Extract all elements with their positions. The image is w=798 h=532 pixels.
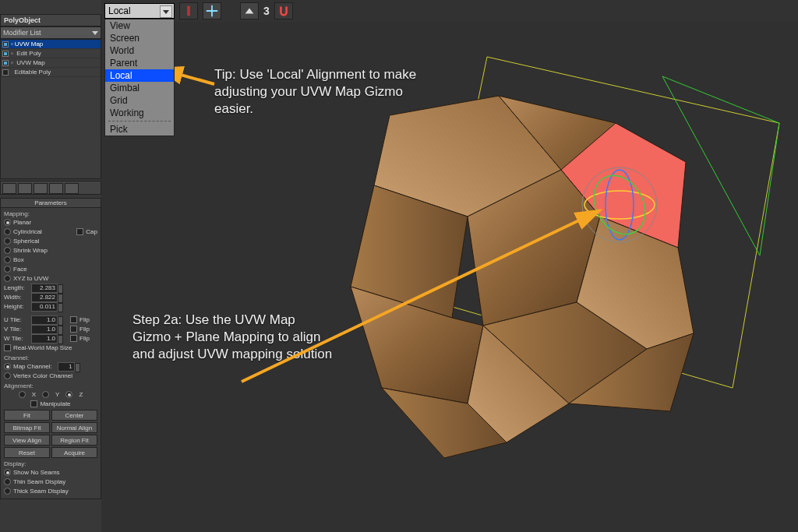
coord-option-view[interactable]: View — [105, 19, 174, 32]
channel-group-label: Channel: — [4, 354, 97, 361]
use-pivot-button[interactable] — [179, 2, 198, 19]
coord-option-parent[interactable]: Parent — [105, 57, 174, 69]
coord-option-local[interactable]: Local — [105, 69, 174, 82]
coord-option-pick[interactable]: Pick — [105, 123, 174, 136]
length-spinner[interactable]: 2.283 — [31, 284, 58, 293]
thin-seam-radio[interactable] — [4, 478, 11, 485]
alignment-group-label: Alignment: — [4, 382, 97, 389]
utile-spinner[interactable]: 1.0 — [31, 315, 58, 325]
height-spinner[interactable]: 0.011 — [31, 302, 58, 312]
chevron-down-icon — [92, 31, 98, 35]
bitmap-fit-button[interactable]: Bitmap Fit — [4, 422, 50, 433]
coord-option-screen[interactable]: Screen — [105, 32, 174, 44]
mapping-cylindrical-radio[interactable] — [4, 228, 11, 235]
main-toolbar: Local 3 — [101, 0, 798, 22]
modifier-item[interactable]: ◦ Edit Poly — [1, 49, 101, 58]
show-end-result-button[interactable] — [18, 183, 32, 194]
fit-button[interactable]: Fit — [4, 410, 50, 421]
modifier-list-label: Modifier List — [3, 29, 41, 37]
coord-option-grid[interactable]: Grid — [105, 94, 174, 107]
make-unique-button[interactable] — [34, 183, 48, 194]
viewport-content — [101, 22, 798, 532]
select-and-manipulate-button[interactable] — [203, 2, 221, 19]
mapping-box-radio[interactable] — [4, 256, 11, 263]
coord-option-working[interactable]: Working — [105, 107, 174, 119]
width-spinner[interactable]: 2.822 — [31, 293, 58, 302]
map-channel-radio[interactable] — [4, 363, 11, 370]
coord-option-world[interactable]: World — [105, 44, 174, 57]
align-y-radio[interactable] — [42, 391, 49, 398]
modifier-item[interactable]: ◦ UVW Map — [1, 40, 101, 49]
svg-rect-0 — [187, 6, 190, 16]
modifier-list-dropdown[interactable]: Modifier List — [0, 26, 101, 39]
reset-button[interactable]: Reset — [4, 447, 50, 458]
region-fit-button[interactable]: Region Fit — [51, 435, 97, 446]
modifier-item[interactable]: ◦ UVW Map — [1, 58, 101, 68]
view-align-button[interactable]: View Align — [4, 435, 50, 446]
snap-toggle-button[interactable] — [274, 2, 293, 19]
modifier-stack-toolbar — [0, 181, 101, 195]
wtile-spinner[interactable]: 1.0 — [31, 334, 58, 344]
mapping-group-label: Mapping: — [4, 210, 97, 217]
keyboard-shortcut-toggle[interactable] — [240, 2, 259, 19]
chevron-down-icon — [160, 5, 172, 18]
vflip-check[interactable] — [70, 326, 77, 333]
step-annotation: Step 2a: Use the UVW Map Gizmo + Plane M… — [132, 312, 335, 363]
mapping-spherical-radio[interactable] — [4, 238, 11, 245]
coord-selected: Local — [108, 5, 131, 16]
wflip-check[interactable] — [70, 335, 77, 342]
thick-seam-radio[interactable] — [4, 488, 11, 495]
map-channel-spinner[interactable]: 1 — [58, 362, 75, 372]
snap-strength-label: 3 — [263, 5, 270, 17]
mapping-xyz-radio[interactable] — [4, 275, 11, 282]
display-group-label: Display: — [4, 460, 97, 467]
mapping-face-radio[interactable] — [4, 266, 11, 273]
vtile-spinner[interactable]: 1.0 — [31, 325, 58, 334]
tip-annotation: Tip: Use 'Local' Alignment to make adjus… — [214, 66, 425, 118]
cap-check[interactable] — [76, 228, 83, 235]
center-button[interactable]: Center — [51, 410, 97, 421]
align-x-radio[interactable] — [19, 391, 26, 398]
acquire-button[interactable]: Acquire — [51, 447, 97, 458]
manipulate-check[interactable] — [30, 400, 37, 407]
configure-sets-button[interactable] — [65, 183, 79, 194]
object-name: PolyObject — [0, 14, 101, 26]
viewport[interactable] — [101, 22, 798, 532]
normal-align-button[interactable]: Normal Align — [51, 422, 97, 433]
coord-option-gimbal[interactable]: Gimbal — [105, 82, 174, 94]
svg-point-1 — [210, 9, 214, 12]
realworld-check[interactable] — [4, 344, 11, 351]
reference-coord-dropdown[interactable]: Local — [104, 3, 175, 19]
modifier-item[interactable]: Editable Poly — [1, 68, 101, 77]
show-no-seams-radio[interactable] — [4, 469, 11, 476]
uflip-check[interactable] — [70, 316, 77, 323]
mapping-shrink-radio[interactable] — [4, 247, 11, 254]
parameters-rollout: Parameters Mapping: Planar CylindricalCa… — [0, 198, 101, 499]
vertex-color-radio[interactable] — [4, 372, 11, 379]
rollout-title: Parameters — [1, 199, 101, 208]
modifier-stack[interactable]: ◦ UVW Map ◦ Edit Poly ◦ UVW Map Editable… — [0, 39, 101, 179]
command-panel: PolyObject Modifier List ◦ UVW Map ◦ Edi… — [0, 0, 101, 532]
remove-modifier-button[interactable] — [49, 183, 63, 194]
mapping-planar-radio[interactable] — [4, 219, 11, 226]
align-z-radio[interactable] — [65, 391, 72, 398]
reference-coord-popup[interactable]: View Screen World Parent Local Gimbal Gr… — [104, 19, 175, 136]
pin-stack-button[interactable] — [2, 183, 16, 194]
